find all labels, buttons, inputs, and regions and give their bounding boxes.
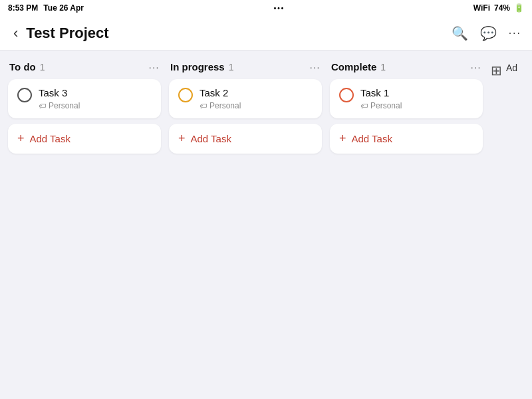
column-title-inprogress: In progress xyxy=(170,61,225,72)
column-menu-complete[interactable]: ··· xyxy=(471,62,481,72)
search-icon[interactable]: 🔍 xyxy=(452,25,468,41)
tag-label: Personal xyxy=(49,101,80,110)
task-tag-task2: 🏷Personal xyxy=(200,101,241,110)
task-name-task1: Task 1 xyxy=(360,87,402,98)
back-button[interactable]: ‹ xyxy=(11,25,21,42)
add-task-label: Add Task xyxy=(191,133,231,144)
add-task-label: Add Task xyxy=(352,133,392,144)
column-menu-todo[interactable]: ··· xyxy=(149,62,160,72)
battery-percentage: 74% xyxy=(494,3,510,13)
column-header-complete: Complete1··· xyxy=(330,61,483,72)
task-name-task3: Task 3 xyxy=(39,87,80,98)
add-task-label: Add Task xyxy=(30,133,70,144)
dot3: • xyxy=(281,5,284,12)
status-bar: 8:53 PM Tue 26 Apr • • • WiFi 74% 🔋 xyxy=(0,0,532,16)
add-task-icon: + xyxy=(178,132,186,146)
tag-label: Personal xyxy=(209,101,241,110)
column-title-complete: Complete xyxy=(331,61,376,72)
chat-icon[interactable]: 💬 xyxy=(480,25,497,41)
dot1: • xyxy=(274,5,277,12)
column-inprogress: In progress1···Task 2🏷Personal+Add Task xyxy=(169,61,322,388)
add-task-button-inprogress[interactable]: +Add Task xyxy=(169,124,322,154)
task-card-task2[interactable]: Task 2🏷Personal xyxy=(169,79,322,118)
task-tag-task1: 🏷Personal xyxy=(360,101,402,110)
column-header-todo: To do1··· xyxy=(8,61,161,72)
page-title: Test Project xyxy=(26,25,108,42)
column-header-inprogress: In progress1··· xyxy=(169,61,322,72)
date: Tue 26 Apr xyxy=(43,3,84,13)
add-column-button[interactable]: ⊞ xyxy=(491,63,502,78)
more-options-icon[interactable]: ··· xyxy=(509,27,521,39)
tag-icon: 🏷 xyxy=(39,102,46,110)
battery-icon: 🔋 xyxy=(514,3,524,13)
task-name-task2: Task 2 xyxy=(200,87,241,98)
add-task-icon: + xyxy=(339,132,346,146)
column-count-inprogress: 1 xyxy=(229,62,234,72)
task-card-task1[interactable]: Task 1🏷Personal xyxy=(330,79,483,118)
task-status-circle-task2[interactable] xyxy=(178,88,193,102)
add-task-button-todo[interactable]: +Add Task xyxy=(8,124,161,154)
partial-column: ⊞Ad xyxy=(491,61,524,388)
column-title-todo: To do xyxy=(9,61,36,72)
task-card-task3[interactable]: Task 3🏷Personal xyxy=(8,79,161,118)
task-status-circle-task3[interactable] xyxy=(17,88,32,102)
time: 8:53 PM xyxy=(8,3,38,13)
tag-icon: 🏷 xyxy=(360,102,368,110)
kanban-board: To do1···Task 3🏷Personal+Add TaskIn prog… xyxy=(0,51,532,399)
column-complete: Complete1···Task 1🏷Personal+Add Task xyxy=(330,61,483,388)
column-todo: To do1···Task 3🏷Personal+Add Task xyxy=(8,61,161,388)
tag-label: Personal xyxy=(370,101,402,110)
task-tag-task3: 🏷Personal xyxy=(39,101,80,110)
add-column-label: Ad xyxy=(506,63,517,73)
task-status-circle-task1[interactable] xyxy=(339,88,354,102)
add-task-icon: + xyxy=(17,132,25,146)
column-menu-inprogress[interactable]: ··· xyxy=(310,62,321,72)
header: ‹ Test Project 🔍 💬 ··· xyxy=(0,16,532,51)
dot2: • xyxy=(277,5,280,12)
column-count-complete: 1 xyxy=(380,62,386,72)
wifi-icon: WiFi xyxy=(473,3,490,13)
tag-icon: 🏷 xyxy=(200,102,207,110)
add-task-button-complete[interactable]: +Add Task xyxy=(330,124,483,154)
column-count-todo: 1 xyxy=(40,62,45,72)
